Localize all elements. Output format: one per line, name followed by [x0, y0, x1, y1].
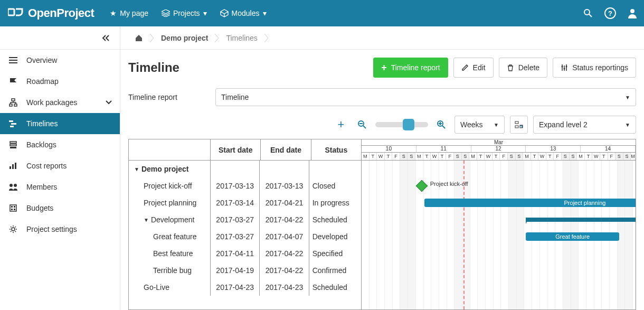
slider-thumb[interactable]	[403, 119, 414, 130]
collapse-icon	[102, 35, 110, 41]
row-start-date: 2017-03-13	[211, 177, 260, 194]
sidebar: OverviewRoadmapWork packagesTimelinesBac…	[0, 26, 120, 310]
gantt-grid-col	[393, 161, 401, 309]
breadcrumb-page-label: Timelines	[226, 34, 257, 42]
gantt-day-label: S	[615, 153, 623, 160]
gantt-grid-col	[400, 161, 408, 309]
sidebar-item-label: Backlogs	[26, 140, 56, 149]
row-start-date: 2017-03-14	[211, 194, 260, 211]
gantt-grid-col	[408, 161, 416, 309]
gantt-icon	[8, 120, 18, 127]
row-status: Confirmed	[309, 262, 361, 279]
gantt-week-label: 10	[362, 146, 416, 152]
add-button[interactable]: +	[333, 117, 349, 133]
report-selector-value: Timeline	[221, 93, 249, 101]
breadcrumb-separator	[214, 33, 220, 43]
expand-level-select[interactable]: Expand level 2 ▼	[533, 116, 636, 134]
gantt-day-label: M	[415, 153, 423, 160]
nav-modules[interactable]: Modules ▾	[220, 9, 267, 17]
sidebar-item-overview[interactable]: Overview	[0, 50, 120, 71]
timeline-report-button[interactable]: + Timeline report	[373, 58, 448, 78]
svg-line-36	[442, 126, 445, 128]
report-selector[interactable]: Timeline ▼	[215, 88, 636, 106]
breadcrumb-project[interactable]: Demo project	[155, 26, 214, 49]
gantt-row[interactable]: ▼ Development 2017-03-27 2017-04-22 Sche…	[129, 211, 361, 228]
breadcrumb-home[interactable]	[128, 26, 149, 49]
user-menu[interactable]	[626, 7, 639, 20]
gantt-row[interactable]: Terrible bug 2017-04-19 2017-04-22 Confi…	[129, 262, 361, 279]
gantt-day-label: T	[477, 153, 485, 160]
outline-button[interactable]	[510, 116, 528, 134]
stack-icon	[162, 10, 170, 17]
gantt-grid-col	[517, 161, 525, 309]
gantt-row[interactable]: Go-Live 2017-04-23 2017-04-23 Scheduled	[129, 279, 361, 296]
svg-rect-11	[11, 123, 16, 125]
svg-rect-38	[515, 126, 518, 128]
gantt-day-label: W	[485, 153, 493, 160]
bar-great-feature[interactable]: Great feature	[526, 232, 619, 241]
search-button[interactable]	[582, 7, 594, 20]
sidebar-item-roadmap[interactable]: Roadmap	[0, 71, 120, 92]
zoom-out-button[interactable]	[354, 117, 370, 133]
row-start-date: 2017-03-27	[211, 228, 260, 245]
gantt-day-label: F	[392, 153, 400, 160]
row-status: Specified	[309, 245, 361, 262]
outline-icon	[515, 120, 523, 129]
breadcrumb-page[interactable]: Timelines	[220, 26, 263, 49]
delete-button[interactable]: Delete	[499, 58, 547, 78]
sidebar-item-project-settings[interactable]: Project settings	[0, 219, 120, 240]
sidebar-item-backlogs[interactable]: Backlogs	[0, 134, 120, 155]
gantt-grid-col	[370, 161, 377, 309]
svg-point-27	[562, 66, 563, 68]
zoom-in-button[interactable]	[433, 117, 449, 133]
plus-icon: +	[338, 118, 345, 131]
sidebar-item-budgets[interactable]: Budgets	[0, 198, 120, 219]
pencil-icon	[461, 64, 469, 71]
nav-projects[interactable]: Projects ▾	[162, 9, 207, 17]
gantt-row[interactable]: Project kick-off 2017-03-13 2017-03-13 C…	[129, 177, 361, 194]
gantt-week-label: 12	[471, 146, 526, 152]
sidebar-item-timelines[interactable]: Timelines	[0, 113, 120, 134]
timeline-toolbar: + Weeks ▼	[120, 116, 644, 139]
nav-mypage[interactable]: ★ My page	[110, 9, 148, 17]
sidebar-item-work-packages[interactable]: Work packages	[0, 92, 120, 113]
search-icon	[583, 8, 593, 18]
gantt-row[interactable]: Project planning 2017-03-14 2017-04-21 I…	[129, 194, 361, 211]
zoom-slider[interactable]	[375, 122, 428, 127]
logo[interactable]: OpenProject	[8, 6, 94, 20]
gantt-row[interactable]: Great feature 2017-03-27 2017-04-07 Deve…	[129, 228, 361, 245]
gear-icon	[8, 225, 18, 233]
svg-rect-18	[15, 163, 16, 169]
row-status: In progress	[309, 194, 361, 211]
gantt-grid-col	[494, 161, 501, 309]
gantt-row[interactable]: ▼ Demo project	[129, 161, 361, 177]
gantt-day-label: S	[454, 153, 462, 160]
gantt-grid-col	[633, 161, 636, 309]
gantt-day-label: T	[370, 153, 377, 160]
row-status: Scheduled	[309, 279, 361, 296]
gantt-day-label: M	[523, 153, 531, 160]
bar-development-group[interactable]	[526, 218, 636, 222]
row-start-date: 2017-03-27	[211, 211, 260, 228]
topbar: OpenProject ★ My page Projects ▾ Modules…	[0, 0, 644, 26]
edit-button[interactable]: Edit	[453, 58, 494, 78]
status-reportings-button[interactable]: Status reportings	[553, 58, 636, 78]
gantt-grid-col	[509, 161, 517, 309]
bar-planning[interactable]: Project planning	[424, 199, 636, 207]
gantt-row[interactable]: Best feature 2017-04-11 2017-04-22 Speci…	[129, 245, 361, 262]
help-button[interactable]: ?	[604, 7, 617, 20]
svg-rect-14	[10, 144, 16, 146]
zoom-unit-select[interactable]: Weeks ▼	[454, 116, 505, 134]
sidebar-item-cost-reports[interactable]: Cost reports	[0, 155, 120, 176]
sidebar-collapse[interactable]	[0, 26, 120, 50]
row-end-date: 2017-04-21	[260, 194, 309, 211]
sidebar-item-members[interactable]: Members	[0, 176, 120, 198]
content: Demo project Timelines Timeline + Timeli…	[120, 26, 644, 310]
col-status-header: Status	[311, 139, 361, 160]
gantt-day-label: F	[608, 153, 616, 160]
svg-rect-17	[12, 164, 14, 169]
gantt-day-label: T	[585, 153, 593, 160]
row-end-date	[260, 161, 309, 177]
gantt-day-label: M	[577, 153, 585, 160]
breadcrumb-separator	[264, 33, 269, 43]
